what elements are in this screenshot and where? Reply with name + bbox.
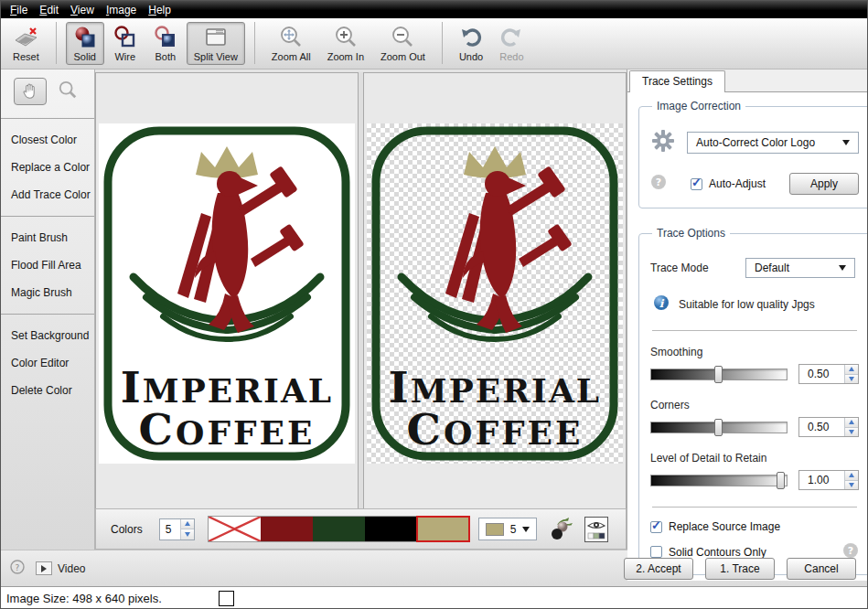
detail-down[interactable] xyxy=(845,480,858,490)
both-view-button[interactable]: Both xyxy=(146,22,185,65)
tab-trace-settings[interactable]: Trace Settings xyxy=(629,70,725,92)
video-label: Video xyxy=(58,562,85,575)
redo-icon xyxy=(499,26,523,49)
replace-source-image-checkbox[interactable]: Replace Source Image xyxy=(650,520,859,533)
toolbar: Reset Solid Wire Both Split View Zoom Al… xyxy=(1,18,867,69)
sidebar-separator xyxy=(1,118,94,119)
chevron-down-icon xyxy=(839,265,846,271)
play-icon xyxy=(41,565,47,572)
corners-slider-thumb[interactable] xyxy=(714,419,723,436)
chevron-down-icon xyxy=(842,140,850,145)
split-view-button[interactable]: Split View xyxy=(187,22,245,65)
corners-slider[interactable] xyxy=(650,422,788,433)
source-image-panel[interactable] xyxy=(95,72,359,508)
sidebar-item-add-trace-color[interactable]: Add Trace Color xyxy=(1,181,94,208)
colors-count-spinner[interactable]: 5 xyxy=(159,518,195,540)
colors-toolbar: Colors 5 xyxy=(95,508,627,550)
zoom-tool-button[interactable] xyxy=(58,80,78,103)
preview-colors-button[interactable] xyxy=(584,517,608,542)
transparent-cross-icon xyxy=(209,517,261,541)
detail-label: Level of Detail to Retain xyxy=(650,452,859,465)
berries-icon xyxy=(549,517,573,542)
selected-color-dropdown[interactable]: 5 xyxy=(478,518,538,540)
video-play-button[interactable] xyxy=(36,561,52,575)
accept-button[interactable]: 2. Accept xyxy=(624,558,693,580)
corners-value-spinner[interactable]: 0.50 xyxy=(798,417,859,437)
auto-adjust-checkbox[interactable]: Auto-Adjust xyxy=(691,177,766,190)
menu-file[interactable]: File xyxy=(8,4,38,16)
detail-slider[interactable] xyxy=(650,475,788,486)
menu-edit[interactable]: Edit xyxy=(38,4,69,16)
smoothing-down[interactable] xyxy=(845,374,858,384)
image-correction-preset-select[interactable]: Auto-Correct Color Logo xyxy=(687,132,859,154)
sidebar-item-flood-fill-area[interactable]: Flood Fill Area xyxy=(1,251,94,279)
status-bar: Image Size: 498 x 640 pixels. xyxy=(1,586,867,609)
sidebar-item-delete-color[interactable]: Delete Color xyxy=(1,377,94,404)
selected-color-chip xyxy=(486,523,504,536)
colors-count-down[interactable] xyxy=(181,529,194,540)
colors-count-up[interactable] xyxy=(181,519,194,529)
help-icon: ? xyxy=(842,542,859,559)
swatch-black[interactable] xyxy=(365,517,417,541)
colors-label: Colors xyxy=(111,523,143,536)
apply-button[interactable]: Apply xyxy=(789,173,859,195)
image-correction-settings-button[interactable] xyxy=(650,129,676,156)
solid-icon xyxy=(73,26,97,49)
corners-down[interactable] xyxy=(845,427,858,437)
swatch-transparent[interactable] xyxy=(209,517,261,541)
menu-help[interactable]: Help xyxy=(146,4,181,16)
svg-text:?: ? xyxy=(848,545,853,557)
wire-view-button[interactable]: Wire xyxy=(106,22,145,65)
trace-mode-label: Trace Mode xyxy=(650,262,745,274)
trace-button[interactable]: 1. Trace xyxy=(705,558,775,580)
smoothing-up[interactable] xyxy=(845,365,858,374)
hand-icon xyxy=(20,81,40,102)
svg-text:?: ? xyxy=(656,176,661,188)
sidebar-item-closest-color[interactable]: Closest Color xyxy=(1,126,94,154)
trace-options-legend: Trace Options xyxy=(652,227,730,240)
swatch-tan[interactable] xyxy=(417,517,469,541)
sidebar-item-paint-brush[interactable]: Paint Brush xyxy=(1,224,94,251)
smoothing-value-spinner[interactable]: 0.50 xyxy=(798,364,859,384)
cancel-button[interactable]: Cancel xyxy=(787,558,856,580)
toolbar-separator xyxy=(442,22,443,64)
sidebar-item-magic-brush[interactable]: Magic Brush xyxy=(1,279,94,306)
zoom-in-button[interactable]: Zoom In xyxy=(320,22,371,65)
solid-view-button[interactable]: Solid xyxy=(66,22,104,65)
info-icon: i xyxy=(653,294,670,314)
smoothing-slider-thumb[interactable] xyxy=(714,366,723,383)
toolbar-separator xyxy=(254,22,255,64)
eye-preview-icon xyxy=(585,517,607,542)
sidebar-item-replace-a-color[interactable]: Replace a Color xyxy=(1,154,94,181)
detail-slider-thumb[interactable] xyxy=(777,472,785,489)
swatch-dark-red[interactable] xyxy=(261,517,313,541)
image-correction-legend: Image Correction xyxy=(652,100,745,112)
zoom-out-button[interactable]: Zoom Out xyxy=(373,22,433,65)
sidebar-item-color-editor[interactable]: Color Editor xyxy=(1,349,94,377)
detail-value-spinner[interactable]: 1.00 xyxy=(798,470,859,490)
redo-button[interactable]: Redo xyxy=(492,22,530,65)
undo-button[interactable]: Undo xyxy=(452,22,490,65)
smoothing-slider[interactable] xyxy=(650,369,788,380)
smoothing-label: Smoothing xyxy=(650,346,859,358)
menu-image[interactable]: Image xyxy=(104,4,146,16)
trace-image-window: File Edit View Image Help Reset Solid Wi… xyxy=(0,0,868,609)
palette-swatches xyxy=(208,516,470,542)
trace-mode-select[interactable]: Default xyxy=(745,258,855,278)
pick-colors-button[interactable] xyxy=(549,517,573,542)
corners-up[interactable] xyxy=(845,418,858,427)
detail-up[interactable] xyxy=(845,471,858,480)
reset-button[interactable]: Reset xyxy=(5,22,47,65)
zoom-out-icon xyxy=(391,26,414,49)
gear-icon xyxy=(650,129,676,153)
sidebar-item-set-background[interactable]: Set Background xyxy=(1,322,94,349)
help-icon: ? xyxy=(650,174,667,190)
reset-icon xyxy=(14,26,38,49)
separator xyxy=(652,507,857,508)
zoom-all-button[interactable]: Zoom All xyxy=(264,22,318,65)
swatch-dark-green[interactable] xyxy=(313,517,365,541)
traced-image-panel[interactable] xyxy=(363,72,627,508)
image-correction-help-button[interactable]: ? xyxy=(650,174,667,194)
menu-view[interactable]: View xyxy=(69,4,104,16)
pan-tool-button[interactable] xyxy=(14,78,47,105)
